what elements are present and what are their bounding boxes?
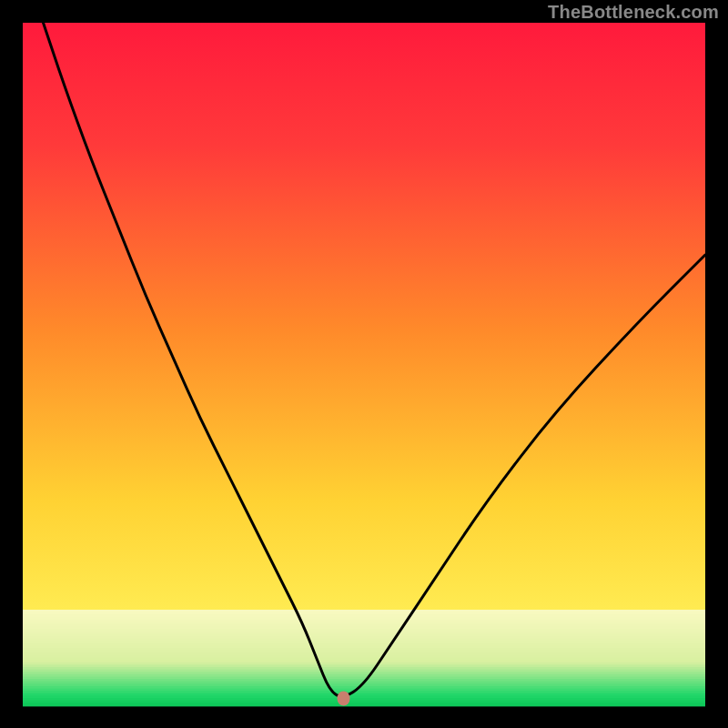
chart-frame: TheBottleneck.com	[0, 0, 728, 728]
svg-rect-39	[23, 703, 705, 706]
watermark-text: TheBottleneck.com	[548, 2, 719, 23]
optimal-marker	[338, 692, 350, 706]
plot-area	[23, 23, 705, 705]
bottleneck-chart	[0, 0, 728, 728]
bottom-band	[23, 610, 705, 706]
